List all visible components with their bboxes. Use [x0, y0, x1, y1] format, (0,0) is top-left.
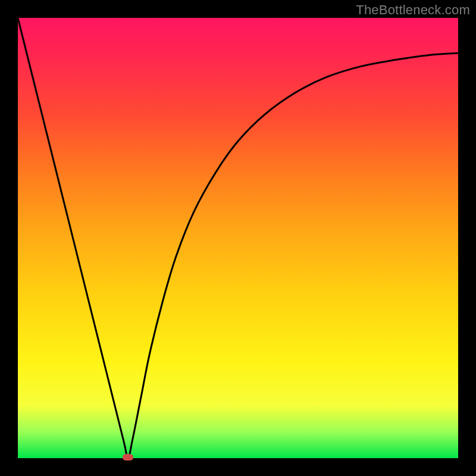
plot-area	[18, 18, 458, 458]
chart-frame: TheBottleneck.com	[0, 0, 476, 476]
bottleneck-curve	[18, 18, 458, 458]
minimum-marker	[123, 454, 133, 461]
watermark-text: TheBottleneck.com	[356, 2, 470, 18]
curve-svg	[18, 18, 458, 458]
